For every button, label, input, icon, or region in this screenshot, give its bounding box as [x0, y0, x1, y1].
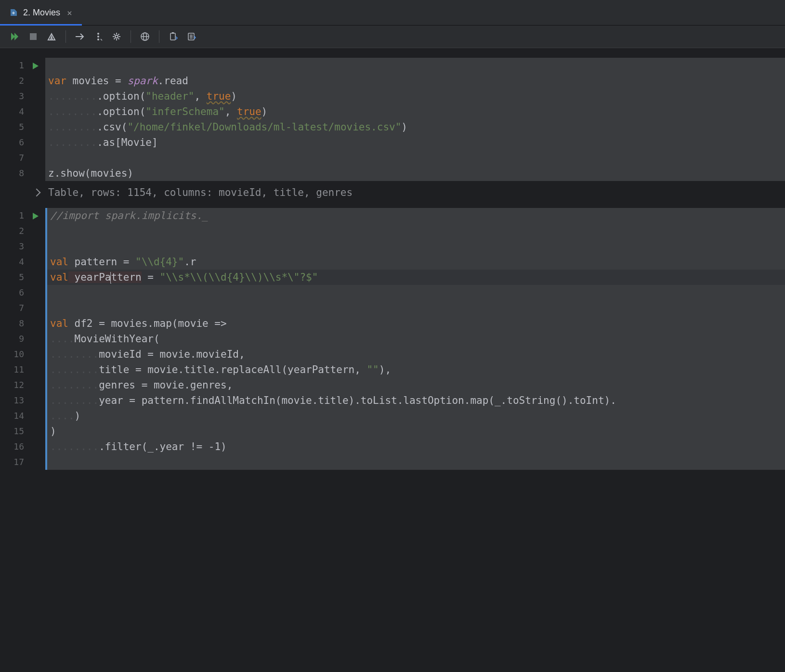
code-line[interactable]: )	[47, 424, 785, 439]
code-line[interactable]: .........option("inferSchema", true)	[45, 104, 785, 119]
code-line[interactable]: .........as[Movie]	[45, 135, 785, 150]
svg-point-2	[97, 36, 99, 38]
code-line[interactable]: ........title = movie.title.replaceAll(y…	[47, 362, 785, 377]
code-line[interactable]: //import spark.implicits._	[47, 208, 785, 223]
line-number: 5	[0, 119, 45, 135]
tab-bar: 2. Movies ×	[0, 0, 785, 26]
code-line[interactable]	[47, 454, 785, 470]
line-number[interactable]: 1	[0, 208, 45, 223]
gutter: 1 2 3 4 5 6 7 8	[0, 58, 45, 181]
code-line[interactable]	[45, 150, 785, 166]
toolbar-separator	[131, 30, 131, 43]
code-line[interactable]: .........option("header", true)	[45, 89, 785, 104]
line-number: 14	[0, 408, 45, 424]
line-number: 6	[0, 135, 45, 150]
code-area[interactable]: var movies = spark.read .........option(…	[45, 58, 785, 181]
code-line[interactable]	[47, 223, 785, 239]
toolbar-separator	[159, 30, 159, 43]
svg-rect-8	[172, 32, 174, 34]
more-actions-button[interactable]	[90, 28, 106, 45]
notebook-toolbar	[0, 26, 785, 48]
line-number: 3	[0, 89, 45, 104]
line-number: 6	[0, 285, 45, 300]
line-number: 5	[0, 270, 45, 285]
line-number: 8	[0, 166, 45, 181]
code-line[interactable]: var movies = spark.read	[45, 73, 785, 89]
line-number: 17	[0, 454, 45, 470]
line-number: 15	[0, 424, 45, 439]
settings-button[interactable]	[108, 28, 125, 45]
line-number: 8	[0, 316, 45, 331]
line-number: 11	[0, 362, 45, 377]
code-line[interactable]	[45, 58, 785, 73]
line-number: 4	[0, 254, 45, 270]
output-text: Table, rows: 1154, columns: movieId, tit…	[48, 187, 353, 198]
gutter: 1 2 3 4 5 6 7 8 9 10 11 12 13 14 15 16 1…	[0, 208, 45, 470]
zeppelin-file-icon	[10, 8, 18, 17]
line-number: 4	[0, 104, 45, 119]
svg-rect-7	[170, 33, 175, 40]
svg-point-4	[115, 35, 118, 38]
code-line[interactable]: ........year = pattern.findAllMatchIn(mo…	[47, 393, 785, 408]
close-icon[interactable]: ×	[65, 8, 74, 18]
code-line[interactable]: ........genres = movie.genres,	[47, 377, 785, 393]
code-area[interactable]: //import spark.implicits._ val pattern =…	[45, 208, 785, 470]
code-line[interactable]	[47, 300, 785, 316]
code-line[interactable]: ........movieId = movie.movieId,	[47, 347, 785, 362]
code-cell-1[interactable]: 1 2 3 4 5 6 7 8 var movies = spark.read …	[0, 58, 785, 204]
svg-rect-0	[30, 33, 37, 40]
code-line[interactable]: z.show(movies)	[45, 166, 785, 181]
toolbar-separator	[65, 30, 66, 43]
stop-button[interactable]	[25, 28, 41, 45]
paste-button[interactable]	[165, 28, 182, 45]
tab-movies[interactable]: 2. Movies ×	[0, 0, 82, 25]
line-number: 16	[0, 439, 45, 454]
code-line[interactable]	[47, 285, 785, 300]
code-line[interactable]: ....)	[47, 408, 785, 424]
line-number: 12	[0, 377, 45, 393]
goto-button[interactable]	[72, 28, 88, 45]
line-number: 7	[0, 150, 45, 166]
line-number: 10	[0, 347, 45, 362]
chevron-right-icon[interactable]	[33, 189, 41, 197]
code-line-current[interactable]: val yearPattern = "\\s*\\(\\d{4}\\)\\s*\…	[47, 270, 785, 285]
clear-outputs-button[interactable]	[43, 28, 60, 45]
browser-button[interactable]	[137, 28, 153, 45]
line-number: 9	[0, 331, 45, 347]
line-number: 2	[0, 73, 45, 89]
code-cell-2[interactable]: 1 2 3 4 5 6 7 8 9 10 11 12 13 14 15 16 1…	[0, 208, 785, 470]
code-line[interactable]: val df2 = movies.map(movie =>	[47, 316, 785, 331]
run-all-button[interactable]	[7, 28, 23, 45]
line-number: 7	[0, 300, 45, 316]
code-line[interactable]: .........csv("/home/finkel/Downloads/ml-…	[45, 119, 785, 135]
line-number: 3	[0, 239, 45, 254]
cell-output[interactable]: Table, rows: 1154, columns: movieId, tit…	[0, 181, 785, 204]
svg-point-3	[97, 39, 99, 40]
list-button[interactable]	[183, 28, 200, 45]
tab-label: 2. Movies	[23, 8, 60, 18]
line-number[interactable]: 1	[0, 58, 45, 73]
notebook-area: 1 2 3 4 5 6 7 8 var movies = spark.read …	[0, 48, 785, 470]
code-line[interactable]	[47, 239, 785, 254]
svg-point-1	[97, 33, 99, 35]
code-line[interactable]: ....MovieWithYear(	[47, 331, 785, 347]
line-number: 2	[0, 223, 45, 239]
line-number: 13	[0, 393, 45, 408]
code-line[interactable]: val pattern = "\\d{4}".r	[47, 254, 785, 270]
code-line[interactable]: .........filter(_.year != -1)	[47, 439, 785, 454]
